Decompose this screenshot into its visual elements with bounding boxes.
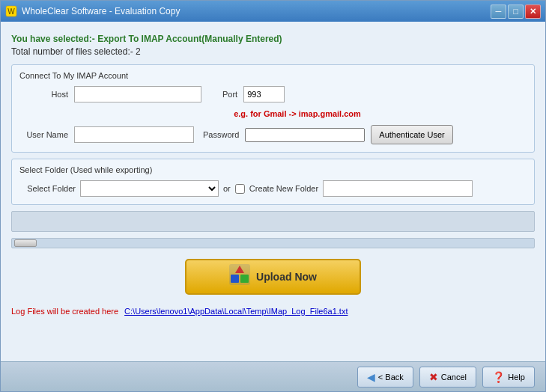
close-button[interactable]: ✕ (525, 4, 541, 19)
port-label: Port (222, 90, 237, 99)
create-folder-checkbox[interactable] (235, 184, 245, 194)
upload-button[interactable]: Upload Now (185, 259, 361, 295)
log-label: Log Files will be created here (11, 307, 118, 316)
scrollbar-thumb[interactable] (14, 239, 37, 247)
folder-section-title: Select Folder (Used while exporting) (19, 165, 527, 174)
username-input[interactable] (74, 126, 194, 143)
username-label: User Name (19, 130, 68, 139)
minimize-button[interactable]: ─ (491, 4, 506, 19)
help-icon: ❓ (492, 371, 505, 383)
svg-rect-3 (231, 275, 239, 283)
password-input[interactable] (245, 128, 365, 142)
back-label: < Back (378, 373, 404, 382)
window-title: WholeClear Software - Evaluation Copy (22, 6, 486, 16)
folder-row: Select Folder or Create New Folder (19, 180, 527, 197)
host-label: Host (19, 90, 68, 99)
main-content: You have selected:- Export To IMAP Accou… (1, 22, 545, 361)
maximize-button[interactable]: □ (508, 4, 524, 19)
imap-fields: Host Port e.g. for Gmail -> imap.gmail.c… (19, 86, 527, 144)
app-icon: W (5, 5, 17, 17)
selected-export-text: You have selected:- Export To IMAP Accou… (11, 34, 535, 44)
help-button[interactable]: ❓ Help (482, 367, 535, 388)
gmail-hint: e.g. for Gmail -> imap.gmail.com (68, 109, 527, 118)
help-label: Help (508, 373, 525, 382)
upload-icon (229, 264, 250, 290)
progress-bar (11, 211, 535, 232)
svg-text:W: W (7, 7, 15, 16)
scrollbar-area[interactable] (11, 238, 535, 248)
folder-section: Select Folder (Used while exporting) Sel… (11, 159, 535, 205)
svg-rect-4 (240, 275, 249, 283)
host-input[interactable] (74, 86, 201, 102)
password-label: Password (203, 130, 239, 139)
select-folder-label: Select Folder (19, 184, 76, 193)
folder-dropdown[interactable] (80, 180, 219, 197)
back-icon: ◀ (367, 371, 375, 383)
main-window: W WholeClear Software - Evaluation Copy … (0, 0, 546, 392)
header-info: You have selected:- Export To IMAP Accou… (11, 31, 535, 58)
cancel-icon: ✖ (429, 371, 438, 383)
imap-section-title: Connect To My IMAP Account (19, 71, 527, 80)
file-count-text: Total number of files selected:- 2 (11, 46, 535, 57)
title-bar: W WholeClear Software - Evaluation Copy … (1, 1, 545, 22)
cancel-label: Cancel (441, 373, 467, 382)
log-path-link[interactable]: C:\Users\lenovo1\AppData\Local\Temp\IMap… (124, 307, 348, 316)
back-button[interactable]: ◀ < Back (357, 367, 413, 388)
port-input[interactable] (243, 86, 285, 102)
cancel-button[interactable]: ✖ Cancel (419, 367, 476, 388)
window-controls: ─ □ ✕ (491, 4, 541, 19)
or-text: or (223, 184, 231, 193)
create-folder-input[interactable] (323, 180, 473, 197)
credentials-row: User Name Password Authenticate User (19, 125, 527, 144)
host-port-row: Host Port (19, 86, 527, 102)
upload-label: Upload Now (256, 271, 317, 283)
upload-area: Upload Now (11, 254, 535, 299)
create-folder-label: Create New Folder (249, 184, 318, 193)
log-area: Log Files will be created here C:\Users\… (11, 305, 535, 317)
imap-section: Connect To My IMAP Account Host Port e.g… (11, 64, 535, 153)
footer: ◀ < Back ✖ Cancel ❓ Help (1, 361, 545, 391)
authenticate-button[interactable]: Authenticate User (371, 125, 452, 144)
